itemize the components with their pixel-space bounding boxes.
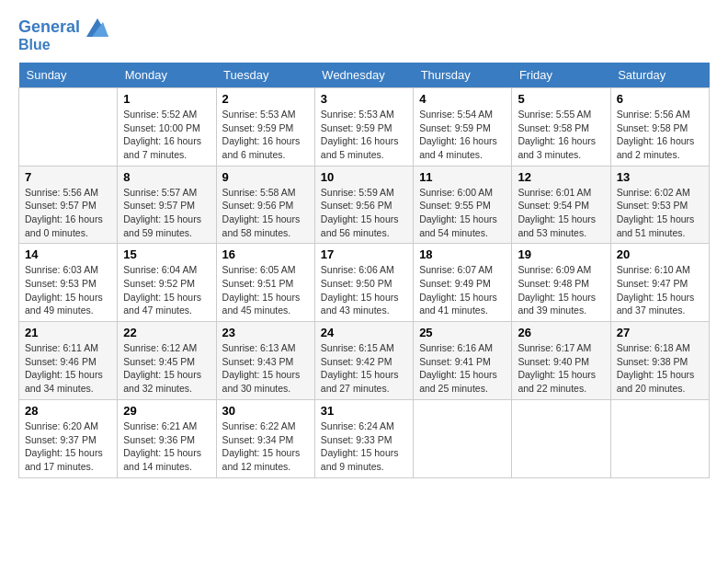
day-info: Sunrise: 6:11 AM Sunset: 9:46 PM Dayligh…	[25, 341, 111, 396]
header-monday: Monday	[118, 63, 216, 88]
calendar-cell: 18Sunrise: 6:07 AM Sunset: 9:49 PM Dayli…	[414, 244, 512, 322]
day-number: 19	[518, 247, 604, 261]
calendar-cell: 21Sunrise: 6:11 AM Sunset: 9:46 PM Dayli…	[19, 322, 118, 400]
day-number: 31	[321, 404, 407, 418]
day-number: 29	[123, 404, 210, 418]
header-friday: Friday	[512, 63, 610, 88]
calendar-cell: 16Sunrise: 6:05 AM Sunset: 9:51 PM Dayli…	[216, 244, 314, 322]
calendar-cell	[610, 399, 709, 477]
week-row-2: 7Sunrise: 5:56 AM Sunset: 9:57 PM Daylig…	[19, 166, 710, 244]
calendar-cell: 2Sunrise: 5:53 AM Sunset: 9:59 PM Daylig…	[216, 87, 314, 166]
day-number: 23	[222, 326, 309, 339]
day-info: Sunrise: 6:05 AM Sunset: 9:51 PM Dayligh…	[222, 263, 309, 317]
day-number: 20	[617, 247, 703, 261]
calendar-cell: 6Sunrise: 5:56 AM Sunset: 9:58 PM Daylig…	[610, 87, 709, 166]
calendar-cell: 5Sunrise: 5:55 AM Sunset: 9:58 PM Daylig…	[512, 87, 610, 166]
header-sunday: Sunday	[19, 63, 118, 88]
calendar-cell: 7Sunrise: 5:56 AM Sunset: 9:57 PM Daylig…	[19, 166, 118, 244]
day-number: 15	[123, 247, 210, 261]
day-info: Sunrise: 6:09 AM Sunset: 9:48 PM Dayligh…	[518, 263, 604, 317]
day-number: 6	[617, 92, 703, 106]
day-info: Sunrise: 6:01 AM Sunset: 9:54 PM Dayligh…	[518, 186, 604, 240]
day-number: 5	[518, 92, 604, 106]
day-info: Sunrise: 6:03 AM Sunset: 9:53 PM Dayligh…	[25, 263, 111, 317]
day-number: 25	[419, 326, 506, 339]
day-number: 28	[25, 404, 111, 418]
calendar-cell: 14Sunrise: 6:03 AM Sunset: 9:53 PM Dayli…	[19, 244, 118, 322]
header-saturday: Saturday	[610, 63, 709, 88]
day-info: Sunrise: 6:21 AM Sunset: 9:36 PM Dayligh…	[123, 419, 210, 474]
day-number: 17	[321, 247, 407, 261]
calendar-cell: 22Sunrise: 6:12 AM Sunset: 9:45 PM Dayli…	[118, 322, 216, 400]
calendar-cell: 15Sunrise: 6:04 AM Sunset: 9:52 PM Dayli…	[118, 244, 216, 322]
calendar-cell: 24Sunrise: 6:15 AM Sunset: 9:42 PM Dayli…	[314, 322, 413, 400]
day-info: Sunrise: 5:53 AM Sunset: 9:59 PM Dayligh…	[222, 108, 309, 162]
logo: General Blue	[18, 18, 108, 53]
calendar-cell: 28Sunrise: 6:20 AM Sunset: 9:37 PM Dayli…	[19, 399, 118, 477]
day-number: 9	[222, 170, 309, 184]
day-info: Sunrise: 5:58 AM Sunset: 9:56 PM Dayligh…	[222, 186, 309, 240]
calendar-cell	[414, 399, 512, 477]
day-number: 3	[321, 92, 407, 106]
day-info: Sunrise: 5:59 AM Sunset: 9:56 PM Dayligh…	[321, 186, 407, 240]
calendar-cell: 17Sunrise: 6:06 AM Sunset: 9:50 PM Dayli…	[314, 244, 413, 322]
day-number: 1	[123, 92, 210, 106]
day-info: Sunrise: 6:10 AM Sunset: 9:47 PM Dayligh…	[617, 263, 703, 317]
day-info: Sunrise: 5:52 AM Sunset: 10:00 PM Daylig…	[123, 108, 210, 162]
calendar-cell: 10Sunrise: 5:59 AM Sunset: 9:56 PM Dayli…	[314, 166, 413, 244]
day-number: 21	[25, 326, 111, 339]
calendar-cell: 13Sunrise: 6:02 AM Sunset: 9:53 PM Dayli…	[610, 166, 709, 244]
header-wednesday: Wednesday	[314, 63, 413, 88]
day-info: Sunrise: 6:15 AM Sunset: 9:42 PM Dayligh…	[321, 341, 407, 396]
day-info: Sunrise: 6:07 AM Sunset: 9:49 PM Dayligh…	[419, 263, 506, 317]
day-info: Sunrise: 6:24 AM Sunset: 9:33 PM Dayligh…	[321, 419, 407, 474]
day-number: 26	[518, 326, 604, 339]
header-row: SundayMondayTuesdayWednesdayThursdayFrid…	[19, 63, 710, 88]
calendar-cell	[19, 87, 118, 166]
day-info: Sunrise: 5:54 AM Sunset: 9:59 PM Dayligh…	[419, 108, 506, 162]
day-info: Sunrise: 6:17 AM Sunset: 9:40 PM Dayligh…	[518, 341, 604, 396]
day-number: 7	[25, 170, 111, 184]
calendar-cell: 29Sunrise: 6:21 AM Sunset: 9:36 PM Dayli…	[118, 399, 216, 477]
page-header: General Blue	[18, 18, 710, 53]
day-info: Sunrise: 5:56 AM Sunset: 9:58 PM Dayligh…	[617, 108, 703, 162]
day-number: 8	[123, 170, 210, 184]
day-info: Sunrise: 6:13 AM Sunset: 9:43 PM Dayligh…	[222, 341, 309, 396]
day-info: Sunrise: 6:22 AM Sunset: 9:34 PM Dayligh…	[222, 419, 309, 474]
day-info: Sunrise: 5:56 AM Sunset: 9:57 PM Dayligh…	[25, 186, 111, 240]
calendar-cell: 11Sunrise: 6:00 AM Sunset: 9:55 PM Dayli…	[414, 166, 512, 244]
day-info: Sunrise: 6:06 AM Sunset: 9:50 PM Dayligh…	[321, 263, 407, 317]
day-number: 18	[419, 247, 506, 261]
calendar-cell: 27Sunrise: 6:18 AM Sunset: 9:38 PM Dayli…	[610, 322, 709, 400]
calendar-cell: 25Sunrise: 6:16 AM Sunset: 9:41 PM Dayli…	[414, 322, 512, 400]
calendar-cell: 23Sunrise: 6:13 AM Sunset: 9:43 PM Dayli…	[216, 322, 314, 400]
day-number: 4	[419, 92, 506, 106]
calendar-cell	[512, 399, 610, 477]
day-info: Sunrise: 5:53 AM Sunset: 9:59 PM Dayligh…	[321, 108, 407, 162]
logo-icon	[86, 18, 108, 37]
day-number: 13	[617, 170, 703, 184]
day-info: Sunrise: 5:57 AM Sunset: 9:57 PM Dayligh…	[123, 186, 210, 240]
day-number: 27	[617, 326, 703, 339]
day-number: 16	[222, 247, 309, 261]
day-number: 12	[518, 170, 604, 184]
day-number: 10	[321, 170, 407, 184]
calendar-cell: 1Sunrise: 5:52 AM Sunset: 10:00 PM Dayli…	[118, 87, 216, 166]
calendar-cell: 9Sunrise: 5:58 AM Sunset: 9:56 PM Daylig…	[216, 166, 314, 244]
day-info: Sunrise: 6:04 AM Sunset: 9:52 PM Dayligh…	[123, 263, 210, 317]
week-row-4: 21Sunrise: 6:11 AM Sunset: 9:46 PM Dayli…	[19, 322, 710, 400]
calendar-cell: 4Sunrise: 5:54 AM Sunset: 9:59 PM Daylig…	[414, 87, 512, 166]
week-row-1: 1Sunrise: 5:52 AM Sunset: 10:00 PM Dayli…	[19, 87, 710, 166]
logo-blue: Blue	[18, 37, 108, 53]
day-number: 14	[25, 247, 111, 261]
day-info: Sunrise: 6:02 AM Sunset: 9:53 PM Dayligh…	[617, 186, 703, 240]
calendar-cell: 19Sunrise: 6:09 AM Sunset: 9:48 PM Dayli…	[512, 244, 610, 322]
calendar-cell: 26Sunrise: 6:17 AM Sunset: 9:40 PM Dayli…	[512, 322, 610, 400]
day-info: Sunrise: 6:12 AM Sunset: 9:45 PM Dayligh…	[123, 341, 210, 396]
calendar-cell: 31Sunrise: 6:24 AM Sunset: 9:33 PM Dayli…	[314, 399, 413, 477]
calendar-cell: 8Sunrise: 5:57 AM Sunset: 9:57 PM Daylig…	[118, 166, 216, 244]
logo-general: General	[18, 17, 80, 36]
calendar-cell: 20Sunrise: 6:10 AM Sunset: 9:47 PM Dayli…	[610, 244, 709, 322]
calendar-table: SundayMondayTuesdayWednesdayThursdayFrid…	[18, 63, 710, 478]
day-number: 30	[222, 404, 309, 418]
